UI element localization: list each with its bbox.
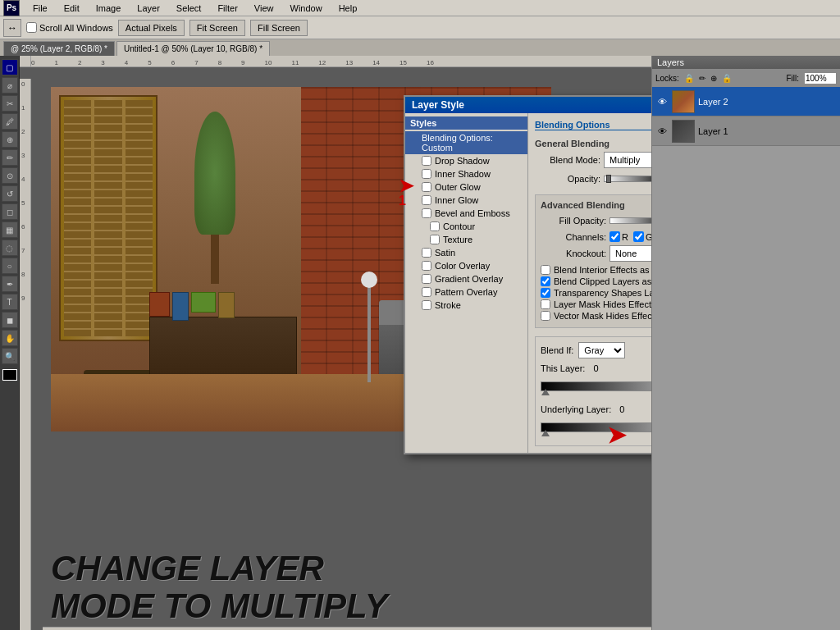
actual-pixels-button[interactable]: Actual Pixels xyxy=(118,20,185,36)
menu-file[interactable]: File xyxy=(30,2,51,14)
dodge-tool[interactable]: ○ xyxy=(2,258,18,274)
opacity-label: Opacity: xyxy=(535,174,600,184)
lasso-tool[interactable]: ⌀ xyxy=(2,77,18,94)
advanced-blending-section: Advanced Blending Fill Opacity: % xyxy=(535,194,651,328)
inner-glow-item[interactable]: Inner Glow xyxy=(405,194,527,207)
heal-tool[interactable]: ⊕ xyxy=(2,131,18,148)
satin-label: Satin xyxy=(435,248,455,258)
channel-g-checkbox[interactable] xyxy=(633,231,644,242)
layer-item-layer2[interactable]: 👁 Layer 2 xyxy=(652,87,840,116)
gradient-tool[interactable]: ▦ xyxy=(2,221,18,238)
menu-image[interactable]: Image xyxy=(93,2,125,14)
blending-options-item[interactable]: Blending Options: Custom xyxy=(405,131,527,154)
tab-layer2[interactable]: @ 25% (Layer 2, RGB/8) * xyxy=(3,41,115,56)
outer-glow-checkbox[interactable] xyxy=(422,182,431,192)
fill-input[interactable] xyxy=(804,72,837,84)
blend-mode-row: Blend Mode: Multiply Normal Screen Overl… xyxy=(535,152,651,168)
this-layer-gradient-bar[interactable] xyxy=(541,381,651,391)
channel-g-label: G xyxy=(646,232,651,242)
menu-view[interactable]: View xyxy=(251,2,277,14)
menu-help[interactable]: Help xyxy=(336,2,361,14)
blend-if-section: Blend If: Gray Red Green Blue xyxy=(535,336,651,446)
pattern-overlay-item[interactable]: Pattern Overlay xyxy=(405,285,527,299)
bevel-emboss-checkbox[interactable] xyxy=(422,208,431,218)
lock-all-icon[interactable]: 🔒 xyxy=(722,74,732,83)
type-tool[interactable]: T xyxy=(2,294,18,310)
select-tool[interactable]: ▢ xyxy=(2,59,18,75)
knockout-row: Knockout: None Shallow Deep xyxy=(541,245,651,262)
lock-transparent-icon[interactable]: 🔒 xyxy=(684,74,694,83)
layer-item-layer1[interactable]: 👁 Layer 1 xyxy=(652,116,840,146)
color-overlay-checkbox[interactable] xyxy=(422,261,431,271)
pen-tool[interactable]: ✒ xyxy=(2,276,18,292)
bevel-emboss-item[interactable]: Bevel and Emboss xyxy=(405,207,527,220)
knockout-select[interactable]: None Shallow Deep xyxy=(609,245,651,262)
layer2-visibility-eye[interactable]: 👁 xyxy=(655,95,669,108)
satin-checkbox[interactable] xyxy=(422,248,431,258)
drop-shadow-item[interactable]: Drop Shadow xyxy=(405,154,527,167)
inner-shadow-checkbox[interactable] xyxy=(422,169,431,179)
gradient-overlay-item[interactable]: Gradient Overlay xyxy=(405,272,527,285)
outer-glow-item[interactable]: Outer Glow xyxy=(405,180,527,194)
zoom-tool[interactable]: 🔍 xyxy=(2,348,18,364)
blend-clipped-checkbox[interactable] xyxy=(541,276,550,286)
fill-screen-button[interactable]: Fill Screen xyxy=(250,20,308,36)
contour-checkbox[interactable] xyxy=(430,221,440,231)
menu-window[interactable]: Window xyxy=(287,2,326,14)
hand-tool[interactable]: ✋ xyxy=(2,330,18,346)
lock-position-icon[interactable]: ⊕ xyxy=(710,74,717,83)
satin-item[interactable]: Satin xyxy=(405,246,527,259)
shape-tool[interactable]: ◼ xyxy=(2,312,18,328)
scroll-all-windows-checkbox[interactable] xyxy=(26,22,37,33)
fg-bg-colors[interactable] xyxy=(2,369,17,381)
blend-interior-checkbox[interactable] xyxy=(541,265,550,275)
underlying-layer-gradient-bar[interactable] xyxy=(541,422,651,432)
blending-options-label: Blending Options: Custom xyxy=(422,133,523,153)
channel-r: R xyxy=(609,231,628,242)
transparency-shapes-checkbox[interactable] xyxy=(541,288,550,298)
gradient-overlay-checkbox[interactable] xyxy=(422,274,431,284)
blend-mode-select[interactable]: Multiply Normal Screen Overlay xyxy=(604,152,651,168)
layer1-thumbnail xyxy=(672,120,695,143)
this-layer-gradient xyxy=(541,381,651,391)
pattern-overlay-checkbox[interactable] xyxy=(422,287,431,297)
clone-tool[interactable]: ⊙ xyxy=(2,167,18,184)
menu-filter[interactable]: Filter xyxy=(214,2,240,14)
channel-r-checkbox[interactable] xyxy=(609,231,620,242)
blend-mode-label: Blend Mode: xyxy=(535,155,600,165)
bevel-emboss-label: Bevel and Emboss xyxy=(435,208,510,218)
knockout-label: Knockout: xyxy=(541,249,606,258)
inner-glow-checkbox[interactable] xyxy=(422,195,431,205)
blend-if-select[interactable]: Gray Red Green Blue xyxy=(578,342,625,358)
tab-layer10[interactable]: Untitled-1 @ 50% (Layer 10, RGB/8) * xyxy=(116,41,270,56)
menu-layer[interactable]: Layer xyxy=(134,2,163,14)
menu-select[interactable]: Select xyxy=(173,2,205,14)
crop-tool[interactable]: ✂ xyxy=(2,95,18,112)
number-1-annotation: 1 xyxy=(399,194,406,208)
eyedropper-tool[interactable]: 🖉 xyxy=(2,113,18,130)
vector-mask-hides-checkbox[interactable] xyxy=(541,311,550,321)
history-tool[interactable]: ↺ xyxy=(2,185,18,202)
stroke-item[interactable]: Stroke xyxy=(405,299,527,312)
general-blending-section: General Blending Blend Mode: Multiply No… xyxy=(535,139,651,189)
layer1-visibility-eye[interactable]: 👁 xyxy=(655,125,669,138)
opacity-slider[interactable] xyxy=(604,176,651,182)
layer-mask-hides-checkbox[interactable] xyxy=(541,299,550,309)
vector-mask-hides-label: Vector Mask Hides Effects xyxy=(554,311,651,321)
move-tool-icon[interactable]: ↔ xyxy=(3,19,21,37)
brush-tool[interactable]: ✏ xyxy=(2,149,18,166)
texture-item[interactable]: Texture xyxy=(405,233,527,246)
underlying-layer-min: 0 xyxy=(619,404,624,414)
inner-shadow-item[interactable]: Inner Shadow xyxy=(405,167,527,180)
eraser-tool[interactable]: ◻ xyxy=(2,203,18,220)
lock-image-icon[interactable]: ✏ xyxy=(699,74,705,83)
contour-item[interactable]: Contour xyxy=(405,220,527,233)
blur-tool[interactable]: ◌ xyxy=(2,240,18,256)
fill-opacity-slider[interactable] xyxy=(609,217,651,224)
fit-screen-button[interactable]: Fit Screen xyxy=(189,20,245,36)
drop-shadow-checkbox[interactable] xyxy=(422,156,431,166)
stroke-checkbox[interactable] xyxy=(422,300,431,310)
menu-edit[interactable]: Edit xyxy=(61,2,83,14)
texture-checkbox[interactable] xyxy=(430,235,440,244)
color-overlay-item[interactable]: Color Overlay xyxy=(405,259,527,272)
